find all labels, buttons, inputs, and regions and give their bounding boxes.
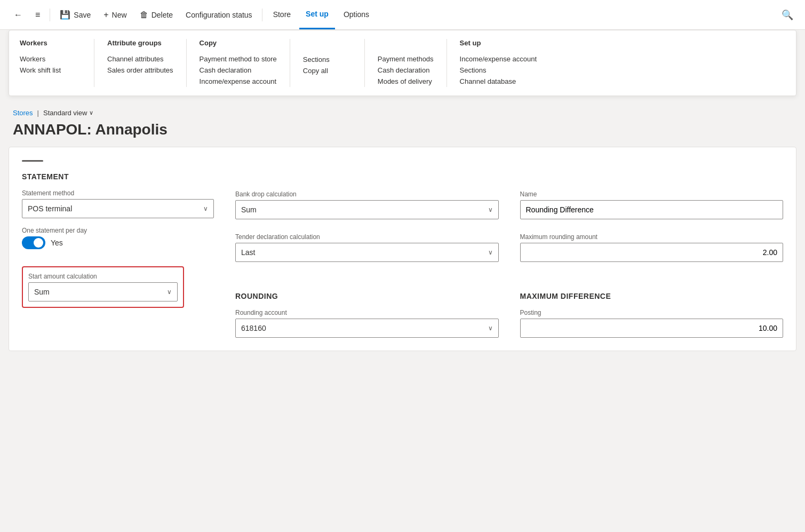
middle-column: Bank drop calculation Sum ∨ Tender decla… xyxy=(235,172,499,338)
max-diff-section-title: MAXIMUM DIFFERENCE xyxy=(520,292,784,300)
rounding-group: ROUNDING Rounding account 618160 ∨ xyxy=(235,292,499,338)
rounding-section-title: ROUNDING xyxy=(235,292,499,300)
page-title: ANNAPOL: Annapolis xyxy=(0,119,805,147)
menu-item-payment-methods[interactable]: Payment methods xyxy=(378,53,434,65)
standard-view-dropdown[interactable]: Standard view ∨ xyxy=(43,109,93,117)
toggle-row: Yes xyxy=(22,236,214,249)
workers-section-title: Workers xyxy=(20,39,81,47)
separator xyxy=(50,9,50,21)
one-statement-label: One statement per day xyxy=(22,227,214,234)
setup-right-title: Set up xyxy=(460,39,537,47)
menu-item-workers[interactable]: Workers xyxy=(20,53,81,65)
name-label: Name xyxy=(520,190,784,198)
menu-item-work-shift-list[interactable]: Work shift list xyxy=(20,65,81,76)
new-icon: + xyxy=(103,10,108,20)
breadcrumb-area: Stores | Standard view ∨ xyxy=(0,102,805,119)
posting-input[interactable] xyxy=(520,319,784,338)
chevron-down-icon: ∨ xyxy=(203,205,208,212)
menu-section-copy: Copy Payment method to store Cash declar… xyxy=(187,39,290,87)
tender-decl-group: Tender declaration calculation Last ∨ xyxy=(235,233,499,262)
menu-item-channel-attributes[interactable]: Channel attributes xyxy=(107,53,173,65)
menu-item-payment-method-to-store[interactable]: Payment method to store xyxy=(200,53,277,65)
delete-label: Delete xyxy=(152,11,173,19)
back-icon: ← xyxy=(14,10,22,20)
start-amount-group: Start amount calculation Sum ∨ xyxy=(22,266,214,308)
menu-section-setup-right: Set up Income/expense account Sections C… xyxy=(447,39,550,87)
save-icon: 💾 xyxy=(60,10,70,20)
bank-drop-chevron-icon: ∨ xyxy=(488,206,493,213)
menu-section-workers: Workers Workers Work shift list xyxy=(20,39,94,87)
options-tab[interactable]: Options xyxy=(337,0,376,29)
bank-drop-label: Bank drop calculation xyxy=(235,190,499,198)
tender-decl-label: Tender declaration calculation xyxy=(235,233,499,241)
max-rounding-group: Maximum rounding amount xyxy=(520,233,784,262)
rounding-account-chevron-icon: ∨ xyxy=(488,324,493,332)
menu-item-sections[interactable]: Sections xyxy=(460,65,537,76)
max-rounding-label: Maximum rounding amount xyxy=(520,233,784,241)
menu-icon: ≡ xyxy=(35,10,40,20)
attribute-groups-title: Attribute groups xyxy=(107,39,173,47)
max-diff-group: MAXIMUM DIFFERENCE Posting xyxy=(520,292,784,338)
menu-section-copy-extra: Sections Copy all xyxy=(290,39,365,87)
breadcrumb-separator: | xyxy=(37,109,39,117)
setup-tab[interactable]: Set up xyxy=(299,0,335,29)
delete-icon: 🗑 xyxy=(140,10,148,20)
save-button[interactable]: 💾 Save xyxy=(54,6,96,23)
name-input[interactable] xyxy=(520,200,784,219)
menu-item-copy-all[interactable]: Copy all xyxy=(303,65,352,76)
rounding-account-label: Rounding account xyxy=(235,309,499,316)
back-button[interactable]: ← xyxy=(9,7,28,23)
menu-button[interactable]: ≡ xyxy=(30,7,45,23)
search-icon[interactable]: 🔍 xyxy=(778,6,796,24)
config-status-label: Configuration status xyxy=(186,11,252,19)
tab-indicator xyxy=(22,160,43,162)
breadcrumb-stores-link[interactable]: Stores xyxy=(13,109,33,117)
menu-item-cash-declaration-setup[interactable]: Cash declaration xyxy=(378,65,434,76)
menu-item-income-expense-account[interactable]: Income/expense account xyxy=(460,53,537,65)
start-amount-select[interactable]: Sum ∨ xyxy=(28,282,178,301)
tender-decl-select[interactable]: Last ∨ xyxy=(235,243,499,262)
right-column: Name Maximum rounding amount MAXIMUM DIF… xyxy=(520,172,784,338)
save-label: Save xyxy=(74,11,91,19)
menu-item-cash-declaration-copy[interactable]: Cash declaration xyxy=(200,65,277,76)
menu-item-channel-database[interactable]: Channel database xyxy=(460,76,537,87)
statement-method-label: Statement method xyxy=(22,189,214,197)
posting-label: Posting xyxy=(520,309,784,316)
new-label: New xyxy=(112,11,127,19)
store-tab[interactable]: Store xyxy=(267,0,297,29)
config-status-button[interactable]: Configuration status xyxy=(180,7,258,22)
form-grid: STATEMENT Statement method POS terminal … xyxy=(22,172,783,338)
statement-method-select[interactable]: POS terminal ∨ xyxy=(22,199,214,218)
toggle-yes-label: Yes xyxy=(51,239,63,247)
one-statement-group: One statement per day Yes xyxy=(22,227,214,258)
bank-drop-select[interactable]: Sum ∨ xyxy=(235,200,499,219)
menu-section-attribute-groups: Attribute groups Channel attributes Sale… xyxy=(94,39,187,87)
start-amount-label: Start amount calculation xyxy=(28,273,178,280)
name-group: Name xyxy=(520,190,784,219)
new-button[interactable]: + New xyxy=(98,7,132,23)
statement-section-title: STATEMENT xyxy=(22,172,214,181)
statement-column: STATEMENT Statement method POS terminal … xyxy=(22,172,214,338)
menu-item-income-expense-account-copy[interactable]: Income/expense account xyxy=(200,76,277,87)
max-rounding-input[interactable] xyxy=(520,243,784,262)
content-card: STATEMENT Statement method POS terminal … xyxy=(9,147,796,351)
start-amount-highlight-box: Start amount calculation Sum ∨ xyxy=(22,266,184,308)
statement-method-group: Statement method POS terminal ∨ xyxy=(22,189,214,218)
menu-panel: Workers Workers Work shift list Attribut… xyxy=(9,30,796,96)
tender-decl-chevron-icon: ∨ xyxy=(488,249,493,256)
menu-item-modes-of-delivery[interactable]: Modes of delivery xyxy=(378,76,434,87)
menu-item-sections-copy[interactable]: Sections xyxy=(303,54,352,65)
separator2 xyxy=(262,9,262,21)
rounding-account-select[interactable]: 618160 ∨ xyxy=(235,319,499,338)
toolbar: ← ≡ 💾 Save + New 🗑 Delete Configuration … xyxy=(0,0,805,30)
start-amount-chevron-icon: ∨ xyxy=(167,288,172,296)
copy-section-title: Copy xyxy=(200,39,277,47)
bank-drop-group: Bank drop calculation Sum ∨ xyxy=(235,190,499,219)
menu-item-sales-order-attributes[interactable]: Sales order attributes xyxy=(107,65,173,76)
one-statement-toggle[interactable] xyxy=(22,236,45,249)
delete-button[interactable]: 🗑 Delete xyxy=(134,7,178,23)
menu-section-setup-left: · Payment methods Cash declaration Modes… xyxy=(365,39,447,87)
